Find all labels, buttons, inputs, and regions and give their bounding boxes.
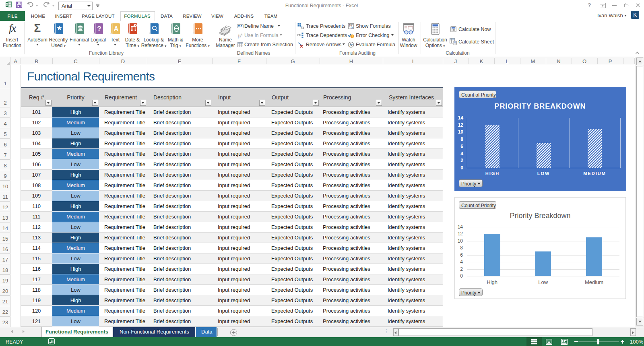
svg-text:fx: fx: [351, 26, 353, 29]
svg-text:A: A: [114, 25, 119, 32]
svg-text:fx: fx: [350, 43, 353, 47]
svg-text:!: !: [352, 34, 353, 38]
svg-text:?: ?: [97, 25, 101, 33]
